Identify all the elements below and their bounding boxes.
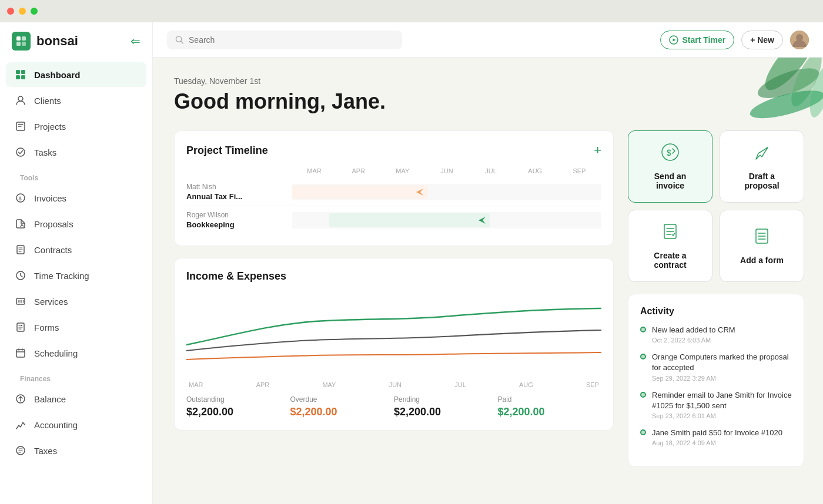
sidebar-item-label: Contracts [34, 245, 72, 255]
add-project-button[interactable]: + [594, 143, 601, 158]
list-item: Reminder email to Jane Smith for Invoice… [640, 390, 792, 419]
avatar[interactable] [790, 31, 809, 49]
activity-time: Sep 23, 2022 6:01 AM [652, 412, 792, 419]
greeting-text: Good morning, Jane. [174, 89, 804, 114]
sidebar-item-contracts[interactable]: Contracts [6, 237, 146, 262]
income-expenses-card: Income & Expenses [174, 258, 614, 431]
send-icon-orange [415, 187, 426, 197]
draft-proposal-icon [752, 143, 771, 166]
avatar-image [790, 31, 809, 49]
activity-section: Activity New lead added to CRM Oct 2, 20… [628, 294, 804, 467]
sidebar-item-projects[interactable]: Projects [6, 114, 146, 139]
header: Start Timer + New [153, 22, 823, 58]
sidebar-item-taxes[interactable]: Taxes [6, 438, 146, 463]
svg-text:$: $ [19, 196, 22, 201]
minimize-button[interactable] [19, 8, 26, 15]
stats-row: Outstanding $2,200.00 Overdue $2,200.00 … [186, 395, 601, 418]
timeline-track [292, 184, 601, 200]
clients-icon [14, 94, 27, 107]
greeting-section: Tuesday, November 1st Good morning, Jane… [174, 76, 804, 114]
chart-area [186, 292, 601, 374]
draft-proposal-card[interactable]: Draft a proposal [720, 130, 804, 203]
proposals-icon [14, 217, 27, 230]
sidebar-item-label: Forms [34, 322, 59, 332]
start-timer-button[interactable]: Start Timer [660, 31, 734, 49]
add-form-icon [752, 227, 771, 250]
projects-icon [14, 120, 27, 133]
accounting-icon [14, 418, 27, 431]
svg-text:$: $ [667, 148, 671, 157]
close-button[interactable] [7, 8, 14, 15]
sidebar-item-services[interactable]: Services [6, 289, 146, 314]
month-jul: JUL [469, 167, 513, 174]
list-item: New lead added to CRM Oct 2, 2022 6:03 A… [640, 325, 792, 344]
sidebar-item-balance[interactable]: Balance [6, 387, 146, 411]
search-bar[interactable] [167, 31, 402, 49]
svg-rect-0 [16, 36, 21, 41]
stat-overdue: Overdue $2,200.00 [290, 395, 394, 418]
sidebar-item-invoices[interactable]: $ Invoices [6, 186, 146, 210]
timeline-person-name: Matt Nish [186, 183, 292, 191]
sidebar-item-label: Accounting [34, 420, 78, 430]
sidebar-item-label: Taxes [34, 446, 57, 456]
maximize-button[interactable] [31, 8, 38, 15]
svg-rect-5 [21, 70, 25, 74]
chart-months: MAR APR MAY JUN JUL AUG SEP [186, 381, 601, 388]
activity-time: Aug 18, 2022 4:09 AM [652, 439, 792, 446]
svg-point-29 [805, 64, 823, 119]
activity-text: Jane Smith paid $50 for Invoice #1020 [652, 428, 792, 438]
search-icon [175, 35, 184, 45]
sidebar-item-label: Services [34, 297, 68, 307]
add-form-card[interactable]: Add a form [720, 210, 804, 282]
sidebar-item-label: Proposals [34, 219, 73, 229]
search-input[interactable] [189, 35, 394, 45]
sidebar: bonsai ⇐ Dashboard Clients Pro [0, 22, 153, 504]
activity-dot [640, 392, 646, 398]
send-invoice-label: Send an invoice [640, 172, 700, 190]
activity-time: Sep 29, 2022 3:29 AM [652, 375, 792, 382]
sidebar-item-tasks[interactable]: Tasks [6, 140, 146, 164]
svg-rect-1 [22, 36, 26, 41]
activity-text: New lead added to CRM [652, 325, 792, 335]
send-icon-green [477, 215, 488, 226]
titlebar [0, 0, 823, 22]
new-button[interactable]: + New [741, 31, 783, 49]
send-invoice-card[interactable]: $ Send an invoice [628, 130, 712, 203]
month-may: MAY [380, 167, 424, 174]
svg-rect-4 [16, 70, 20, 74]
sidebar-item-dashboard[interactable]: Dashboard [6, 62, 146, 87]
scheduling-icon [14, 347, 27, 359]
sidebar-nav: Dashboard Clients Projects Tasks [0, 62, 152, 495]
timeline-months: MAR APR MAY JUN JUL AUG SEP [186, 167, 601, 178]
taxes-icon [14, 444, 27, 457]
sidebar-item-accounting[interactable]: Accounting [6, 412, 146, 437]
balance-icon [14, 392, 27, 405]
sidebar-item-label: Projects [34, 122, 66, 132]
activity-dot [640, 354, 646, 359]
sidebar-item-label: Invoices [34, 193, 66, 203]
timeline-track [292, 212, 601, 229]
time-tracking-icon [14, 269, 27, 282]
timeline-bar [292, 185, 428, 199]
sidebar-item-label: Time Tracking [34, 271, 89, 281]
sidebar-item-time-tracking[interactable]: Time Tracking [6, 263, 146, 288]
sidebar-item-clients[interactable]: Clients [6, 88, 146, 113]
send-invoice-icon: $ [661, 143, 680, 166]
logo-area: bonsai ⇐ [0, 32, 152, 62]
sidebar-item-proposals[interactable]: Proposals [6, 211, 146, 236]
project-timeline-card: Project Timeline + MAR APR MAY JUN JUL A… [174, 130, 614, 246]
sidebar-item-forms[interactable]: Forms [6, 315, 146, 340]
action-grid: $ Send an invoice [628, 130, 804, 282]
add-form-label: Add a form [740, 256, 784, 265]
stat-pending: Pending $2,200.00 [394, 395, 498, 418]
stat-paid: Paid $2,200.00 [498, 395, 602, 418]
sidebar-item-scheduling[interactable]: Scheduling [6, 341, 146, 365]
start-timer-label: Start Timer [682, 35, 725, 45]
tasks-icon [14, 146, 27, 159]
sidebar-item-label: Tasks [34, 147, 56, 157]
create-contract-card[interactable]: Create a contract [628, 210, 712, 282]
timeline-person-name: Roger Wilson [186, 211, 292, 219]
sidebar-toggle[interactable]: ⇐ [131, 34, 140, 48]
month-apr: APR [336, 167, 380, 174]
sidebar-item-label: Clients [34, 96, 61, 106]
